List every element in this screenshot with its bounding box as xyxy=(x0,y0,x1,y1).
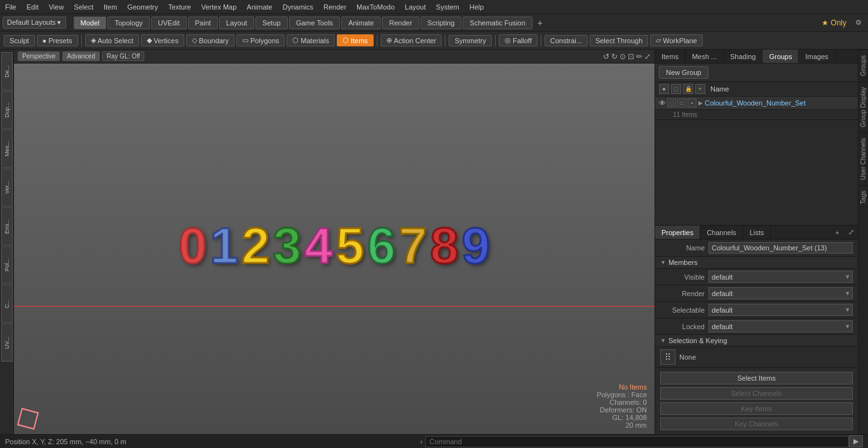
presets-button[interactable]: ● Presets xyxy=(37,35,78,46)
menu-vertex-map[interactable]: Vertex Map xyxy=(196,2,242,12)
menu-system[interactable]: System xyxy=(431,2,465,12)
locked-select[interactable]: default ▾ xyxy=(709,320,853,332)
group-expand-icon[interactable]: ▶ xyxy=(698,100,703,106)
left-tab-dup[interactable]: Dup... xyxy=(1,91,13,129)
name-prop-input[interactable] xyxy=(709,242,853,254)
action-center-button[interactable]: ⊕ Action Center xyxy=(381,34,442,46)
pt-tab-properties[interactable]: Properties xyxy=(655,226,700,239)
menu-view[interactable]: View xyxy=(44,2,69,12)
menu-render[interactable]: Render xyxy=(318,2,351,12)
new-group-button[interactable]: New Group xyxy=(659,66,709,79)
constraints-button[interactable]: Constrai... xyxy=(545,35,588,46)
left-tab-emi[interactable]: Emi... xyxy=(1,207,13,245)
left-tab-c[interactable]: C... xyxy=(1,285,13,323)
polygons-button[interactable]: ▭ Polygons xyxy=(236,34,285,46)
vtab-tags[interactable]: Tags xyxy=(858,185,868,209)
auto-select-button[interactable]: ◈ Auto Select xyxy=(85,34,139,46)
pt-add-button[interactable]: + xyxy=(831,227,844,238)
members-section-header[interactable]: ▼ Members xyxy=(655,257,858,269)
menu-file[interactable]: File xyxy=(0,2,22,12)
sculpt-button[interactable]: Sculpt xyxy=(4,35,35,46)
pt-tab-channels[interactable]: Channels xyxy=(700,226,743,239)
select-items-button[interactable]: Select Items xyxy=(660,372,853,384)
render-select[interactable]: default ▾ xyxy=(709,287,853,299)
layout-select[interactable]: Default Layouts ▾ xyxy=(3,17,66,29)
rt-tab-items[interactable]: Items xyxy=(655,50,686,63)
pt-tab-lists[interactable]: Lists xyxy=(743,226,771,239)
key-channels-button[interactable]: Key Channels xyxy=(660,417,853,430)
tab-render[interactable]: Render xyxy=(382,17,419,29)
workplane-button[interactable]: ▱ WorkPlane xyxy=(650,34,703,46)
menu-select[interactable]: Select xyxy=(69,2,98,12)
key-items-button[interactable]: Key Items xyxy=(660,402,853,415)
gr-lock-icon[interactable]: □ xyxy=(677,98,686,107)
viewport-canvas[interactable]: 0 1 2 3 4 5 6 7 8 9 No Items Polygons : … xyxy=(14,64,654,434)
menu-maxtomodo[interactable]: MaxToModo xyxy=(351,2,400,12)
boundary-button[interactable]: ◇ Boundary xyxy=(186,34,234,46)
vp-edit-icon[interactable]: ✏ xyxy=(636,52,642,61)
vtab-user-channels[interactable]: User Channels xyxy=(858,132,868,185)
items-button[interactable]: ⬡ Items xyxy=(337,34,374,46)
star-only-button[interactable]: ★ Only xyxy=(818,17,850,29)
menu-animate[interactable]: Animate xyxy=(241,2,277,12)
vp-frame-icon[interactable]: ⊡ xyxy=(628,52,634,61)
vtab-groups[interactable]: Groups xyxy=(858,50,868,81)
left-tab-de[interactable]: De... xyxy=(1,52,13,90)
sel-keying-section-header[interactable]: ▼ Selection & Keying xyxy=(655,335,858,347)
orientation-cube[interactable] xyxy=(17,408,39,430)
menu-help[interactable]: Help xyxy=(465,2,489,12)
layout-settings-button[interactable]: ⚙ xyxy=(851,17,865,28)
selectable-select[interactable]: default ▾ xyxy=(709,304,853,316)
tab-setup[interactable]: Setup xyxy=(255,17,288,29)
menu-layout[interactable]: Layout xyxy=(400,2,431,12)
select-channels-button[interactable]: Select Channels xyxy=(660,387,853,400)
menu-item[interactable]: Item xyxy=(98,2,122,12)
tab-animate[interactable]: Animate xyxy=(341,17,381,29)
gh-render-icon[interactable]: ◌ xyxy=(671,84,681,94)
gh-eye-icon[interactable]: ● xyxy=(659,84,669,94)
add-layout-tab-button[interactable]: + xyxy=(534,17,546,29)
rt-tab-shading[interactable]: Shading xyxy=(724,50,763,63)
select-through-button[interactable]: Select Through xyxy=(590,35,648,46)
rt-tab-images[interactable]: Images xyxy=(799,50,835,63)
tab-paint[interactable]: Paint xyxy=(188,17,218,29)
tab-schematic-fusion[interactable]: Schematic Fusion xyxy=(463,17,532,29)
command-input[interactable] xyxy=(425,436,849,447)
tab-scripting[interactable]: Scripting xyxy=(421,17,462,29)
tab-game-tools[interactable]: Game Tools xyxy=(289,17,341,29)
gh-add-icon[interactable]: + xyxy=(695,84,705,94)
tab-topology[interactable]: Topology xyxy=(107,17,149,29)
viewport[interactable]: Perspective Advanced Ray GL: Off ↺ ↻ ⊙ ⊡… xyxy=(14,50,654,434)
tab-model[interactable]: Model xyxy=(74,17,107,29)
group-item-row[interactable]: 👁 ◌ □ + ▶ Colourful_Wooden_Number_Set xyxy=(655,97,858,110)
vp-rotate-icon[interactable]: ↺ xyxy=(603,52,609,61)
materials-button[interactable]: ⬡ Materials xyxy=(287,34,335,46)
vp-expand-icon[interactable]: ⤢ xyxy=(644,52,651,61)
gh-lock-icon[interactable]: 🔒 xyxy=(683,84,693,94)
left-tab-uv[interactable]: UV... xyxy=(1,323,13,362)
visible-select[interactable]: default ▾ xyxy=(709,271,853,283)
menu-dynamics[interactable]: Dynamics xyxy=(278,2,318,12)
left-tab-ver[interactable]: Ver... xyxy=(1,168,13,207)
left-tab-pol[interactable]: Pol... xyxy=(1,246,13,284)
vp-zoom-icon[interactable]: ⊙ xyxy=(620,52,626,61)
vp-mode-button[interactable]: Perspective xyxy=(18,51,60,61)
symmetry-button[interactable]: Symmetry xyxy=(449,35,492,46)
command-go-button[interactable]: ▶ xyxy=(849,435,863,447)
pt-expand-button[interactable]: ⤢ xyxy=(844,227,858,238)
gr-plus-icon[interactable]: + xyxy=(688,98,696,107)
tab-uvedit[interactable]: UVEdit xyxy=(151,17,187,29)
vertices-button[interactable]: ◆ Vertices xyxy=(141,34,184,46)
menu-texture[interactable]: Texture xyxy=(163,2,196,12)
rt-tab-groups[interactable]: Groups xyxy=(763,50,799,63)
rt-tab-mesh[interactable]: Mesh ... xyxy=(686,50,724,63)
left-tab-mes[interactable]: Mes... xyxy=(1,130,13,168)
tab-layout[interactable]: Layout xyxy=(219,17,254,29)
gr-render-icon[interactable]: ◌ xyxy=(667,98,676,107)
menu-edit[interactable]: Edit xyxy=(22,2,44,12)
falloff-button[interactable]: ◎ Falloff xyxy=(499,34,538,46)
vtab-group-display[interactable]: Group Display xyxy=(858,81,868,132)
menu-geometry[interactable]: Geometry xyxy=(122,2,163,12)
vp-reset-icon[interactable]: ↻ xyxy=(611,52,618,61)
vp-render-button[interactable]: Ray GL: Off xyxy=(102,51,145,61)
